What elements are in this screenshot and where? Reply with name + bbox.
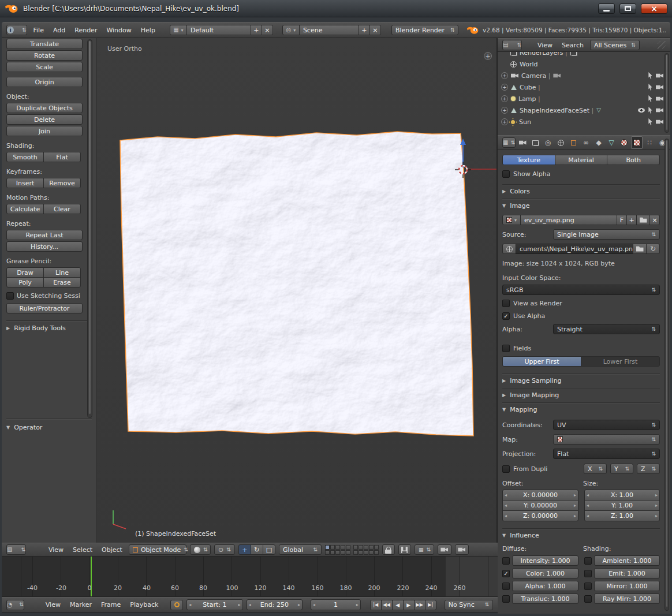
mode-dropdown[interactable]: Object Mode⇅ [129, 544, 186, 555]
scene-add-button[interactable]: + [359, 25, 370, 35]
history-button[interactable]: History... [6, 241, 83, 252]
transform-orientation-dropdown[interactable]: Global⇅ [279, 544, 322, 555]
pack-image-button[interactable] [502, 244, 516, 254]
tab-world[interactable] [555, 136, 566, 149]
sync-mode-dropdown[interactable]: No Sync⇅ [445, 600, 493, 610]
menu-window[interactable]: Window [103, 27, 134, 34]
decrement-arrow-icon[interactable]: ◂ [505, 503, 507, 508]
play-reverse-button[interactable]: ◀ [392, 600, 404, 610]
expand-icon[interactable]: + [501, 107, 508, 114]
ambient-slider[interactable]: Ambient: 1.000 [594, 555, 660, 566]
translate-manipulator[interactable] [460, 139, 496, 169]
timeline-menu-view[interactable]: View [43, 601, 64, 608]
offset-x-field[interactable]: ◂X: 0.00000▸ [502, 490, 578, 501]
offset-y-field[interactable]: ◂Y: 0.00000▸ [502, 500, 578, 511]
decrement-arrow-icon[interactable]: ◂ [587, 492, 589, 498]
timeline-menu-playback[interactable]: Playback [127, 601, 161, 608]
insert-keyframe-button[interactable]: Insert [6, 178, 44, 188]
selectable-icon[interactable] [648, 84, 653, 91]
expand-icon[interactable]: + [501, 95, 508, 102]
size-x-field[interactable]: ◂X: 1.00▸ [584, 490, 660, 501]
tab-material[interactable] [618, 136, 630, 149]
source-dropdown[interactable]: Single Image⇅ [553, 229, 660, 240]
menu-file[interactable]: File [31, 27, 47, 34]
tool-shelf-scrollbar[interactable] [87, 39, 92, 418]
decrement-arrow-icon[interactable]: ◂ [505, 492, 507, 498]
tab-object[interactable] [568, 136, 579, 149]
close-button[interactable]: × [641, 3, 667, 14]
layer-cell[interactable] [364, 545, 368, 550]
render-engine-dropdown[interactable]: Blender Render⇅ [391, 25, 459, 35]
image-panel-header[interactable]: ▼Image [502, 202, 660, 210]
layer-cell[interactable] [369, 545, 374, 550]
layer-cell[interactable] [364, 550, 368, 555]
open-image-button[interactable] [636, 215, 650, 225]
renderable-icon[interactable] [656, 96, 663, 102]
snap-toggle-button[interactable] [398, 544, 411, 555]
jump-prev-keyframe-button[interactable]: ◀◀ [381, 600, 393, 610]
layers-widget[interactable] [325, 545, 379, 555]
ray-mirror-checkbox[interactable] [584, 595, 592, 603]
snap-element-dropdown[interactable]: ▦⇅ [415, 544, 434, 555]
gp-erase-button[interactable]: Erase [43, 277, 81, 288]
layer-cell[interactable] [335, 550, 340, 555]
properties-scrollbar[interactable] [664, 139, 669, 611]
pivot-point-dropdown[interactable]: ⊙⇅ [214, 544, 235, 555]
visibility-eye-icon[interactable] [638, 108, 645, 113]
gp-draw-button[interactable]: Draw [6, 267, 44, 278]
operator-panel-header[interactable]: ▼Operator [6, 424, 96, 431]
scale-manipulator-toggle[interactable]: □ [263, 544, 275, 555]
size-y-field[interactable]: ◂Y: 1.00▸ [584, 500, 660, 511]
timeline-region[interactable]: -40 -20 0 20 40 60 80 100 120 140 160 18… [2, 557, 498, 597]
viewport-3d[interactable]: User Ortho (1) ShapeIndexedFaceSet + [97, 38, 498, 543]
outliner-filter-dropdown[interactable]: All Scenes⇅ [590, 40, 640, 50]
use-alpha-checkbox[interactable] [502, 312, 510, 320]
renderable-icon[interactable] [656, 120, 663, 125]
scrollbar-thumb[interactable] [666, 140, 668, 607]
viewport-canvas[interactable] [97, 38, 498, 543]
unlink-image-button[interactable]: × [649, 215, 660, 225]
flat-button[interactable]: Flat [43, 152, 81, 162]
scene-browse-button[interactable]: ◎▾ [282, 25, 300, 35]
decrement-arrow-icon[interactable]: ◂ [249, 602, 251, 607]
color-checkbox[interactable] [502, 570, 510, 577]
layer-cell[interactable] [335, 545, 340, 550]
increment-arrow-icon[interactable]: ▸ [655, 503, 658, 508]
outliner-item-name[interactable]: Camera [521, 72, 550, 80]
projection-dropdown[interactable]: Flat⇅ [553, 449, 660, 459]
minimize-button[interactable] [598, 3, 615, 14]
increment-arrow-icon[interactable]: ▸ [356, 602, 359, 607]
mapping-y-dropdown[interactable]: Y⇅ [610, 464, 633, 474]
editor-type-properties-button[interactable]: ▦⇅ [502, 137, 516, 148]
emit-slider[interactable]: Emit: 1.000 [594, 568, 660, 578]
size-z-field[interactable]: ◂Z: 1.00▸ [584, 510, 660, 521]
mapping-panel-header[interactable]: ▼Mapping [502, 406, 660, 413]
terrain-mesh[interactable] [120, 132, 473, 436]
outliner-row-shapeindexedfaceset[interactable]: + ShapeIndexedFaceSet ▽ [498, 104, 670, 116]
use-sketching-sessions-checkbox[interactable] [6, 292, 14, 300]
scrollbar-thumb[interactable] [666, 54, 668, 130]
layout-browse-button[interactable]: ▦▾ [170, 25, 187, 35]
texture-context-button[interactable]: Texture [502, 155, 555, 165]
editor-type-outliner-button[interactable]: ▤⇅ [502, 40, 522, 50]
render-opengl-anim-button[interactable] [455, 544, 469, 555]
outliner-row-cube[interactable]: + Cube [498, 81, 670, 93]
auto-keyframe-record-button[interactable] [170, 600, 183, 610]
influence-panel-header[interactable]: ▼Influence [502, 532, 660, 539]
decrement-arrow-icon[interactable]: ◂ [189, 602, 191, 607]
lock-to-scene-button[interactable] [382, 544, 395, 555]
outliner-item-name[interactable]: ShapeIndexedFaceSet [520, 107, 593, 114]
increment-arrow-icon[interactable]: ▸ [574, 492, 576, 498]
increment-arrow-icon[interactable]: ▸ [298, 602, 300, 607]
coordinates-dropdown[interactable]: UV⇅ [553, 420, 660, 430]
layer-cell[interactable] [359, 550, 363, 555]
renderable-icon[interactable] [656, 108, 663, 113]
timeline-menu-frame[interactable]: Frame [98, 601, 124, 608]
outliner-row-world[interactable]: World [498, 58, 670, 70]
layer-cell[interactable] [346, 550, 350, 555]
ray-mirror-slider[interactable]: Ray Mirr: 1.000 [594, 593, 660, 604]
viewport-menu-view[interactable]: View [46, 546, 66, 554]
translucency-checkbox[interactable] [502, 595, 510, 603]
increment-arrow-icon[interactable]: ▸ [655, 513, 658, 518]
editor-type-timeline-button[interactable]: ◔⇅ [6, 600, 24, 610]
